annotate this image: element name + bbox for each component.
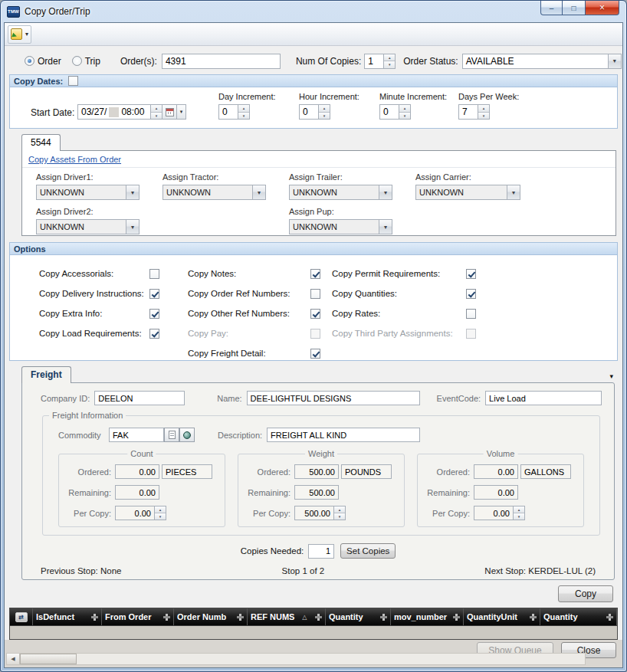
trip-radio[interactable]: Trip [72, 56, 100, 67]
grid-column-isdefunct[interactable]: IsDefunct [33, 608, 102, 625]
option-copy-notes[interactable]: Copy Notes: [188, 264, 320, 284]
spin-down-icon[interactable]: ▾ [478, 113, 489, 120]
assign-pup-combo[interactable]: UNKNOWN ▾ [289, 219, 392, 234]
day-increment-spinner[interactable]: ▴▾ [238, 104, 250, 120]
assign-trailer-combo[interactable]: UNKNOWN ▾ [289, 185, 392, 200]
calendar-button[interactable] [162, 104, 177, 120]
num-copies-stepper[interactable]: 1 ▴ ▾ [364, 54, 396, 69]
spin-down-icon[interactable]: ▾ [399, 113, 410, 120]
grid-body-empty[interactable] [10, 625, 617, 639]
assign-tractor-value[interactable]: UNKNOWN [163, 185, 252, 199]
option-copy-delivery-instructions[interactable]: Copy Delivery Instructions: [39, 284, 159, 303]
commodity-detail-button[interactable] [164, 428, 179, 442]
assign-tractor-combo[interactable]: UNKNOWN ▾ [162, 185, 266, 200]
grid-column-quantity-2[interactable]: Quantity [540, 608, 617, 625]
name-field[interactable]: DEE-LIGHTFUL DESIGNS [247, 391, 420, 405]
chevron-down-icon[interactable]: ▾ [25, 31, 28, 38]
copy-button[interactable]: Copy [558, 585, 613, 602]
company-id-field[interactable]: DEELON [94, 391, 185, 405]
horizontal-scrollbar[interactable]: ◀ [6, 653, 586, 665]
pin-icon[interactable] [380, 614, 387, 621]
chevron-down-icon[interactable]: ▾ [507, 185, 520, 199]
checkbox[interactable] [310, 309, 320, 319]
spin-up-icon[interactable]: ▴ [151, 105, 162, 113]
option-copy-accessorials[interactable]: Copy Accessorials: [39, 264, 159, 284]
days-per-week-stepper[interactable]: 7 ▴▾ [458, 104, 490, 120]
option-copy-order-ref-numbers[interactable]: Copy Order Ref Numbers: [188, 284, 320, 303]
assign-trailer-value[interactable]: UNKNOWN [290, 185, 379, 199]
assign-driver2-value[interactable]: UNKNOWN [37, 220, 126, 234]
spin-down-icon[interactable]: ▾ [155, 513, 166, 520]
chevron-down-icon[interactable]: ▾ [126, 185, 139, 199]
spin-down-icon[interactable]: ▾ [384, 61, 395, 68]
checkbox[interactable] [310, 349, 320, 359]
volume-unit-field[interactable]: GALLONS [520, 464, 571, 479]
scrollbar-thumb[interactable] [20, 654, 77, 664]
pin-icon[interactable] [91, 614, 98, 621]
order-radio[interactable]: Order [25, 56, 61, 67]
option-copy-freight-detail[interactable]: Copy Freight Detail: [188, 343, 320, 363]
spin-up-icon[interactable]: ▴ [399, 105, 410, 113]
pin-icon[interactable] [237, 614, 244, 621]
chevron-down-icon[interactable]: ▾ [379, 220, 392, 234]
maximize-button[interactable]: □ [563, 1, 585, 15]
grid-column-mov-number[interactable]: mov_number [391, 608, 464, 625]
volume-remaining-field[interactable]: 0.00 [474, 485, 518, 500]
assign-carrier-value[interactable]: UNKNOWN [416, 185, 507, 199]
chevron-down-icon[interactable]: ▾ [177, 104, 186, 120]
grid-column-quantityunit[interactable]: QuantityUnit [464, 608, 540, 625]
weight-per-copy-spinner[interactable]: ▴▾ [334, 506, 346, 520]
hour-increment-stepper[interactable]: 0 ▴▾ [299, 104, 330, 120]
assign-carrier-combo[interactable]: UNKNOWN ▾ [415, 185, 520, 200]
scroll-left-button[interactable]: ◀ [7, 654, 20, 664]
tab-freight[interactable]: Freight [21, 366, 71, 383]
pin-icon[interactable] [530, 614, 537, 621]
description-field[interactable]: FREIGHT ALL KIND [267, 428, 420, 442]
sort-ascending-icon[interactable]: △ [302, 614, 307, 621]
spin-up-icon[interactable]: ▴ [238, 105, 249, 113]
day-increment-stepper[interactable]: 0 ▴▾ [218, 104, 250, 120]
spin-up-icon[interactable]: ▴ [155, 506, 166, 513]
num-copies-spinner[interactable]: ▴ ▾ [384, 54, 396, 69]
pin-icon[interactable] [315, 614, 322, 621]
chevron-down-icon[interactable]: ▾ [126, 220, 139, 234]
minute-increment-stepper[interactable]: 0 ▴▾ [379, 104, 411, 120]
days-per-week-value[interactable]: 7 [458, 104, 478, 120]
minute-increment-spinner[interactable]: ▴▾ [399, 104, 411, 120]
option-copy-other-ref-numbers[interactable]: Copy Other Ref Numbers: [188, 303, 320, 323]
copies-needed-field[interactable]: 1 [308, 544, 334, 559]
spin-up-icon[interactable]: ▴ [319, 105, 330, 113]
grid-column-from-order[interactable]: From Order [102, 608, 174, 625]
eventcode-field[interactable]: Live Load [485, 391, 602, 405]
order-status-combo[interactable]: AVAILABLE ▾ [462, 54, 622, 69]
chevron-down-icon[interactable]: ▾ [379, 185, 392, 199]
checkbox[interactable] [149, 269, 159, 279]
minimize-button[interactable]: – [540, 1, 563, 15]
trip-radio-circle[interactable] [72, 56, 82, 66]
spin-down-icon[interactable]: ▾ [238, 113, 249, 120]
volume-per-copy-field[interactable]: 0.00 [474, 506, 514, 520]
count-unit-field[interactable]: PIECES [162, 464, 212, 479]
weight-per-copy-field[interactable]: 500.00 [294, 506, 334, 520]
commodity-lookup-button[interactable] [179, 428, 195, 442]
spin-up-icon[interactable]: ▴ [478, 105, 489, 113]
minute-increment-value[interactable]: 0 [379, 104, 399, 120]
option-copy-quantities[interactable]: Copy Quantities: [332, 284, 476, 303]
count-remaining-field[interactable]: 0.00 [115, 485, 159, 500]
weight-unit-field[interactable]: POUNDS [341, 464, 392, 479]
grid-column-ref-nums[interactable]: REF NUMS△ [248, 608, 326, 625]
option-copy-load-requirements[interactable]: Copy Load Requirements: [39, 323, 159, 343]
grid-column-order-numb[interactable]: Order Numb [174, 608, 248, 625]
spin-down-icon[interactable]: ▾ [151, 113, 162, 120]
pin-icon[interactable] [163, 614, 170, 621]
chevron-down-icon[interactable]: ▾ [252, 185, 265, 199]
weight-ordered-field[interactable]: 500.00 [294, 464, 339, 479]
tab-5544[interactable]: 5544 [21, 134, 61, 151]
copy-dates-checkbox[interactable] [68, 76, 78, 86]
close-window-button[interactable]: × [585, 1, 619, 15]
count-per-copy-field[interactable]: 0.00 [115, 506, 155, 520]
day-increment-value[interactable]: 0 [218, 104, 238, 120]
grid-column-quantity[interactable]: Quantity [326, 608, 391, 625]
start-date-picker[interactable]: 03/27/ 08:00 ▴ ▾ ▾ [77, 104, 186, 120]
tab-list-dropdown-icon[interactable]: ▾ [608, 372, 615, 382]
